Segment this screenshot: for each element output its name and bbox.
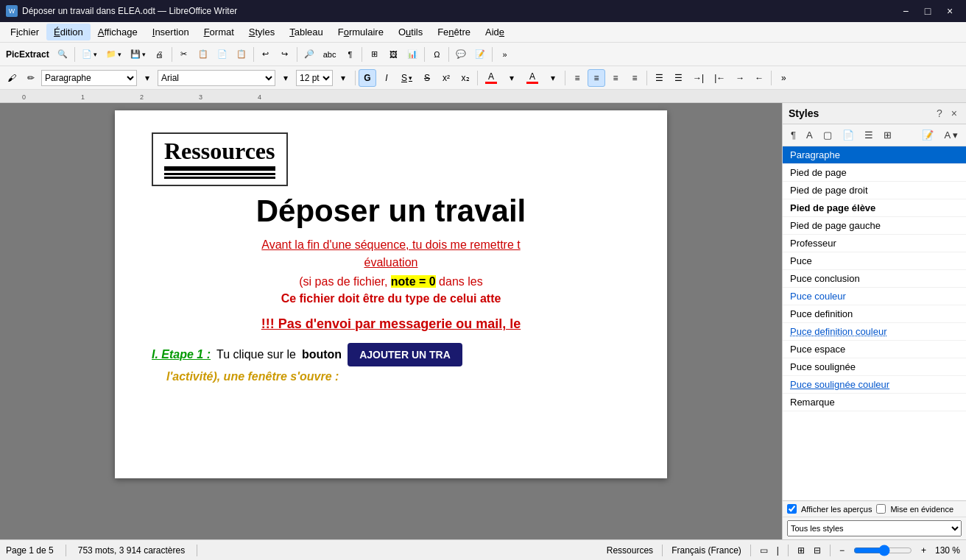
minimize-button[interactable]: −	[895, 1, 916, 21]
font-color-arrow[interactable]: ▾	[544, 69, 562, 87]
style-item-remarque[interactable]: Remarque	[783, 394, 966, 411]
find-button[interactable]: 🔍	[54, 46, 71, 63]
outdent2-button[interactable]: ←	[750, 69, 768, 87]
more-tb-button[interactable]: »	[496, 46, 513, 63]
indent2-button[interactable]: →	[731, 69, 749, 87]
menu-edition[interactable]: Édition	[46, 24, 91, 40]
more-fmt-button[interactable]: »	[775, 69, 792, 87]
zoom-out-icon[interactable]: −	[839, 545, 845, 556]
align-right-button[interactable]: ≡	[607, 69, 624, 87]
spell-button[interactable]: abc	[320, 46, 340, 63]
zoom-in-icon[interactable]: +	[921, 545, 926, 556]
style-para-icon[interactable]: ¶	[787, 127, 800, 143]
print-button[interactable]: 🖨	[151, 46, 169, 63]
styles-list[interactable]: Paragraphe Pied de page Pied de page dro…	[783, 146, 966, 500]
document-page[interactable]: Ressources Déposer un travail Avant la f…	[115, 110, 667, 478]
style-frame-icon[interactable]: ▢	[819, 127, 836, 143]
superscript-button[interactable]: x²	[437, 69, 455, 87]
font-size-select[interactable]: 12 pt	[296, 70, 333, 86]
font-bg-button[interactable]: A	[481, 69, 501, 87]
style-item-pied-page-eleve[interactable]: Pied de page élève	[783, 199, 966, 217]
special-char-button[interactable]: Ω	[428, 46, 445, 63]
style-item-pied-page[interactable]: Pied de page	[783, 164, 966, 182]
styles-filter-select[interactable]: Tous les styles Styles appliqués Styles …	[787, 520, 962, 536]
search-button[interactable]: 🔎	[300, 46, 318, 63]
comment-button[interactable]: 💬	[452, 46, 470, 63]
highlight-checkbox[interactable]	[876, 504, 886, 514]
font-select[interactable]: Arial	[158, 70, 275, 86]
style-item-puce-def-couleur[interactable]: Puce definition couleur	[783, 323, 966, 341]
font-color-button[interactable]: A	[522, 69, 543, 87]
font-bg-arrow[interactable]: ▾	[503, 69, 521, 87]
menu-fenetre[interactable]: Fenêtre	[430, 24, 478, 40]
menu-affichage[interactable]: Affichage	[91, 24, 145, 40]
new-style-button[interactable]: ✏	[22, 69, 40, 87]
menu-formulaire[interactable]: Formulaire	[331, 24, 391, 40]
maximize-button[interactable]: □	[917, 1, 938, 21]
style-char-icon[interactable]: A	[803, 127, 817, 143]
menu-styles[interactable]: Styles	[242, 24, 282, 40]
chart-button[interactable]: 📊	[403, 46, 421, 63]
menu-outils[interactable]: Outils	[391, 24, 430, 40]
menu-aide[interactable]: Aide	[478, 24, 512, 40]
style-more-button[interactable]: A ▾	[940, 127, 962, 143]
align-justify-button[interactable]: ≡	[626, 69, 644, 87]
style-arrow-button[interactable]: ▾	[138, 69, 156, 87]
show-preview-label[interactable]: Afficher les aperçus	[801, 505, 872, 514]
menu-tableau[interactable]: Tableau	[282, 24, 331, 40]
zoom-slider[interactable]	[853, 545, 912, 556]
style-item-puce-definition[interactable]: Puce definition	[783, 305, 966, 323]
cut-button[interactable]: ✂	[175, 46, 193, 63]
image-button[interactable]: 🖼	[384, 46, 402, 63]
paragraph-style-select[interactable]: Paragraphe	[41, 70, 137, 86]
bold-button[interactable]: G	[359, 69, 376, 87]
copy-button[interactable]: 📋	[194, 46, 212, 63]
redo-button[interactable]: ↪	[276, 46, 294, 63]
clone-button[interactable]: 📄	[214, 46, 231, 63]
annotation-button[interactable]: 📝	[471, 46, 489, 63]
format-marks-button[interactable]: ¶	[341, 46, 359, 63]
save-button[interactable]: 💾 ▾	[127, 46, 149, 63]
style-item-pied-page-droit[interactable]: Pied de page droit	[783, 182, 966, 199]
style-item-puce-conclusion[interactable]: Puce conclusion	[783, 270, 966, 288]
style-item-puce-espace[interactable]: Puce espace	[783, 341, 966, 358]
style-page-icon[interactable]: 📄	[839, 127, 858, 143]
style-item-puce[interactable]: Puce	[783, 252, 966, 270]
document-area[interactable]: Ressources Déposer un travail Avant la f…	[0, 103, 782, 539]
strikethrough-button[interactable]: S	[418, 69, 436, 87]
underline-button[interactable]: S ▾	[397, 69, 417, 87]
subscript-button[interactable]: x₂	[456, 69, 474, 87]
show-preview-checkbox[interactable]	[787, 504, 797, 514]
style-table-icon[interactable]: ⊞	[880, 127, 895, 143]
style-item-puce-soulignee[interactable]: Puce soulignée	[783, 358, 966, 376]
style-item-puce-couleur[interactable]: Puce couleur	[783, 288, 966, 305]
table-button[interactable]: ⊞	[365, 46, 383, 63]
highlight-label[interactable]: Mise en évidence	[890, 505, 953, 514]
menu-fichier[interactable]: Fichier	[3, 24, 46, 40]
close-button[interactable]: ×	[939, 1, 960, 21]
italic-button[interactable]: I	[378, 69, 395, 87]
open-button[interactable]: 📁 ▾	[102, 46, 125, 63]
style-item-paragraphe[interactable]: Paragraphe	[783, 146, 966, 164]
list-button[interactable]: ☰	[650, 69, 668, 87]
style-item-pied-page-gauche[interactable]: Pied de page gauche	[783, 217, 966, 235]
styles-help-button[interactable]: ?	[934, 106, 945, 121]
style-item-puce-soulignee-couleur[interactable]: Puce soulignée couleur	[783, 376, 966, 394]
style-format-button[interactable]: 🖌	[3, 69, 21, 87]
menu-format[interactable]: Format	[197, 24, 242, 40]
undo-button[interactable]: ↩	[257, 46, 275, 63]
style-item-professeur[interactable]: Professeur	[783, 235, 966, 252]
num-list-button[interactable]: ☰	[669, 69, 687, 87]
paste-button[interactable]: 📋	[233, 46, 250, 63]
align-left-button[interactable]: ≡	[568, 69, 586, 87]
new-doc-button[interactable]: 📄 ▾	[78, 46, 101, 63]
size-arrow-button[interactable]: ▾	[334, 69, 352, 87]
font-arrow-button[interactable]: ▾	[277, 69, 295, 87]
menu-insertion[interactable]: Insertion	[145, 24, 197, 40]
style-list-icon[interactable]: ☰	[861, 127, 877, 143]
style-new-button[interactable]: 📝	[918, 127, 937, 143]
outdent-button[interactable]: |←	[710, 69, 730, 87]
styles-close-button[interactable]: ×	[948, 106, 960, 121]
align-center-button[interactable]: ≡	[588, 69, 605, 87]
indent-button[interactable]: →|	[688, 69, 708, 87]
